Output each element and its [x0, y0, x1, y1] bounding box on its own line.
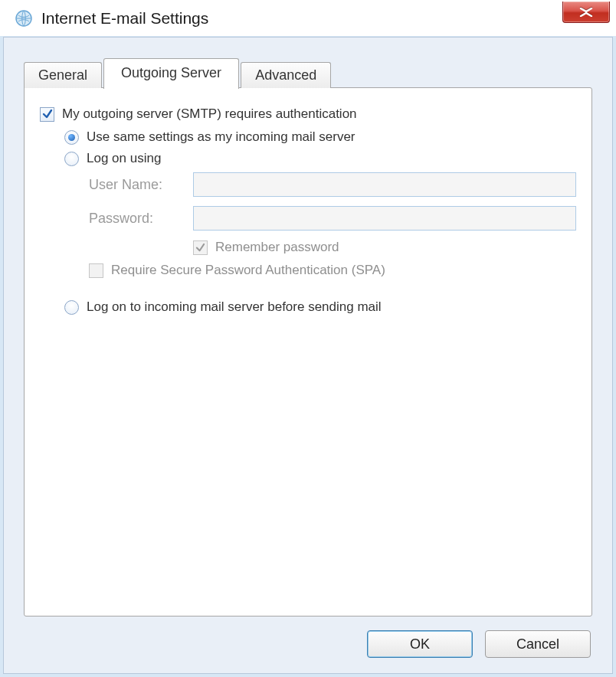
checkmark-icon: [195, 243, 205, 253]
tab-general[interactable]: General: [24, 62, 102, 88]
dialog-window: Internet E-mail Settings General Outgoin…: [0, 0, 616, 677]
requires-auth-checkbox[interactable]: [40, 107, 54, 122]
remember-password-label: Remember password: [215, 240, 339, 255]
remember-password-checkbox[interactable]: [193, 240, 208, 255]
log-on-incoming-label: Log on to incoming mail server before se…: [87, 299, 382, 315]
globe-mail-icon: [14, 8, 34, 28]
require-spa-label: Require Secure Password Authentication (…: [111, 263, 385, 278]
use-same-settings-radio[interactable]: [64, 130, 79, 145]
requires-auth-label: My outgoing server (SMTP) requires authe…: [62, 106, 357, 122]
tabstrip: General Outgoing Server Advanced: [24, 57, 333, 88]
log-on-using-radio[interactable]: [64, 152, 79, 166]
titlebar: Internet E-mail Settings: [0, 0, 616, 37]
log-on-incoming-radio[interactable]: [64, 300, 79, 315]
require-spa-checkbox[interactable]: [89, 263, 103, 278]
use-same-settings-label: Use same settings as my incoming mail se…: [87, 129, 356, 145]
tab-panel-outgoing-server: My outgoing server (SMTP) requires authe…: [24, 87, 592, 616]
window-title: Internet E-mail Settings: [41, 9, 208, 28]
password-label: Password:: [89, 211, 193, 227]
dialog-body: General Outgoing Server Advanced My outg…: [3, 37, 613, 674]
checkmark-icon: [42, 109, 53, 119]
log-on-using-label: Log on using: [87, 151, 161, 166]
dialog-buttons: OK Cancel: [367, 630, 591, 658]
username-label: User Name:: [89, 177, 193, 193]
tab-outgoing-server[interactable]: Outgoing Server: [103, 58, 239, 89]
password-input[interactable]: [193, 206, 576, 231]
cancel-button[interactable]: Cancel: [485, 630, 591, 658]
close-button[interactable]: [562, 2, 610, 23]
close-icon: [578, 8, 595, 17]
ok-button[interactable]: OK: [367, 630, 473, 658]
tab-advanced[interactable]: Advanced: [241, 62, 331, 88]
username-input[interactable]: [193, 172, 576, 197]
